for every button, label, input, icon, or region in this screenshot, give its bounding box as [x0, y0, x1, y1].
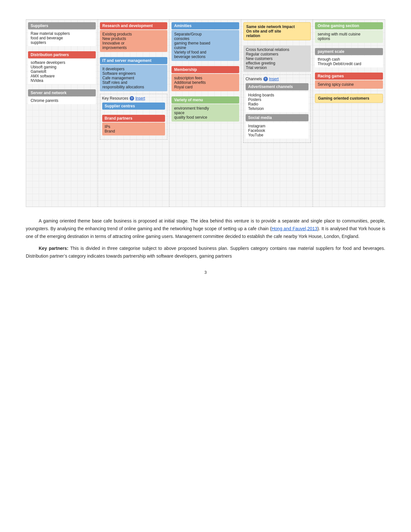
variety-menu-body: environment friendly space quality food … — [171, 104, 239, 122]
racing-games-header: Racing games — [315, 73, 383, 80]
payment-scale-body: through cash Through Debit/credit card — [315, 56, 383, 67]
variety-menu-header: Variety of menu — [171, 96, 239, 103]
channels-label: Channels — [246, 77, 262, 81]
page-number: 3 — [26, 270, 385, 275]
online-gaming-header: Online gaming section — [315, 22, 383, 29]
paragraph1: A gaming oriented theme base cafe busine… — [26, 217, 385, 240]
payment-scale-header: payment scale — [315, 48, 383, 55]
paragraph2-body: This is divided in three categorise subj… — [26, 246, 385, 259]
channels-insert[interactable]: Insert — [269, 77, 279, 81]
suppliers-body: Raw material suppliers food and beverage… — [28, 30, 96, 46]
ad-channels-body: Holding boards Posters Radio Telivision — [246, 92, 309, 112]
ad-channels-header: Advertisement channels — [246, 83, 309, 90]
social-media-body: Instagram Facebook YouTube — [246, 123, 309, 139]
brand-partners-body: IPs Brand — [102, 123, 165, 135]
cross-functional-body: Cross functional relations Regular custo… — [243, 45, 311, 72]
channels-bar: Channels ? Insert — [246, 77, 309, 81]
col-key-activities: Research and development Existing produc… — [98, 20, 170, 207]
brand-partners-header: Brand partners — [102, 115, 165, 122]
it-body: It developers Software engineers Cafe ma… — [100, 65, 168, 91]
channels-badge: ? — [263, 77, 268, 81]
server-network-header: Server and network — [28, 89, 96, 96]
key-resources-label: Key Resources — [102, 96, 128, 101]
online-gaming-body: serving with multi cuisine options — [315, 30, 383, 43]
col-revenue: Online gaming section serving with multi… — [313, 20, 385, 207]
aminities-body: Separate/Group consoles gaming theme bas… — [171, 30, 239, 61]
supplier-centres-header: Supplier centres — [102, 103, 165, 110]
suppliers-header: Suppliers — [28, 22, 96, 29]
col-value-propositions: Aminities Separate/Group consoles gaming… — [170, 20, 241, 207]
distribution-header: Distribution partners — [28, 51, 96, 58]
gaming-customers-header: Gaming oriented customers — [315, 94, 383, 103]
business-model-canvas: Suppliers Raw material suppliers food an… — [26, 19, 385, 207]
it-header: IT and server management — [100, 57, 168, 64]
racing-games-body: Serving spicy cuisine — [315, 80, 383, 89]
rd-header: Research and development — [100, 22, 168, 29]
membership-body: subscripton fees Additional benefits Roy… — [171, 74, 239, 91]
key-resources-section: Key Resources ? Insert Supplier centres … — [100, 94, 168, 140]
network-impact-body: Same side network Impact On site and off… — [243, 22, 311, 40]
key-resources-badge: ? — [130, 96, 134, 101]
aminities-header: Aminities — [171, 22, 239, 29]
text-body: A gaming oriented theme base cafe busine… — [26, 217, 385, 260]
citation: Hong and Fauvel,2013 — [271, 226, 317, 231]
col-suppliers: Suppliers Raw material suppliers food an… — [26, 20, 98, 207]
distribution-body: software developers Ubisoft gaming Gamel… — [28, 59, 96, 84]
key-resources-bar: Key Resources ? Insert — [102, 96, 165, 101]
key-partners-label: Key partners: — [39, 246, 68, 251]
key-resources-insert[interactable]: Insert — [135, 96, 145, 101]
social-media-header: Social media — [246, 114, 309, 121]
membership-header: Membership — [171, 66, 239, 73]
server-network-body: Chrome parents — [28, 97, 96, 104]
col-customers: Same side network Impact On site and off… — [241, 20, 313, 207]
page: Suppliers Raw material suppliers food an… — [0, 0, 411, 294]
channels-section: Channels ? Insert Advertisement channels… — [243, 74, 311, 143]
rd-body: Existing products New products Innovativ… — [100, 30, 168, 52]
paragraph2: Key partners: This is divided in three c… — [26, 245, 385, 260]
